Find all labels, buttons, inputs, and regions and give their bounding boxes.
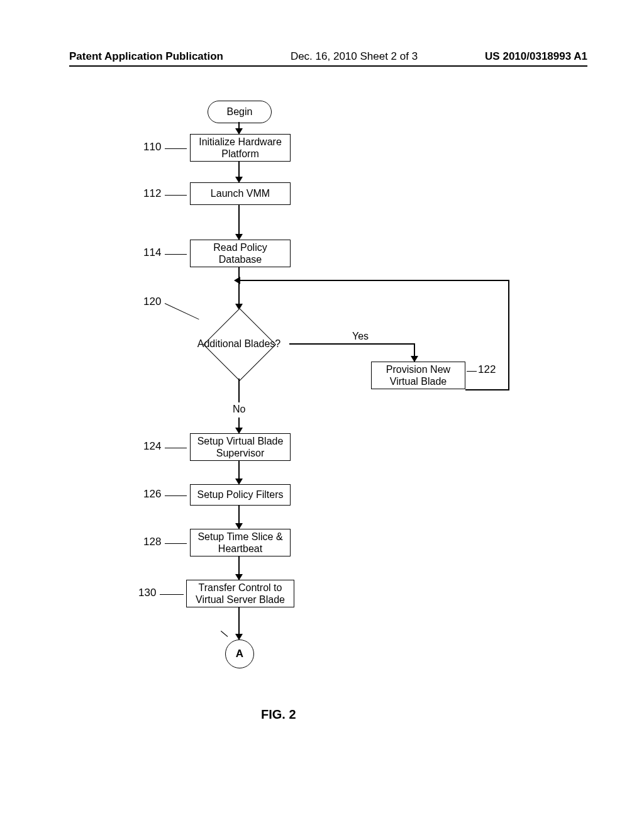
- ref-120: 120: [143, 296, 161, 308]
- ref-112: 112: [143, 187, 161, 200]
- arrow-line: [238, 280, 240, 305]
- arrow-line: [414, 343, 415, 357]
- step-setup-time-slice: Setup Time Slice & Heartbeat: [190, 529, 291, 556]
- terminator-begin: Begin: [208, 101, 272, 123]
- leader-line: [165, 448, 187, 448]
- step-setup-supervisor: Setup Virtual Blade Supervisor: [190, 433, 291, 461]
- edge-label-no: No: [233, 404, 245, 415]
- arrow-line: [238, 379, 240, 402]
- ref-126: 126: [143, 488, 161, 501]
- step-setup-policy-filters: Setup Policy Filters: [190, 484, 291, 506]
- step-provision-new-blade: Provision New Virtual Blade: [371, 362, 465, 389]
- arrow-line: [238, 162, 240, 178]
- decision-additional-blades: Additional Blades?: [189, 309, 289, 379]
- step-launch-vmm: Launch VMM: [190, 182, 291, 205]
- decision-label: Additional Blades?: [189, 309, 289, 379]
- leader-line: [165, 148, 187, 149]
- leader-line: [165, 543, 187, 544]
- leader-line: [165, 254, 187, 255]
- yes-branch-hline: [289, 343, 415, 345]
- edge-label-yes: Yes: [352, 331, 369, 342]
- leader-line: [165, 195, 187, 196]
- ref-114: 114: [143, 246, 161, 259]
- loop-vline: [508, 280, 509, 390]
- arrow-line: [238, 461, 240, 480]
- leader-line: [467, 371, 477, 372]
- step-read-policy-db: Read Policy Database: [190, 240, 291, 267]
- figure-caption: FIG. 2: [261, 707, 296, 722]
- ref-128: 128: [143, 536, 161, 548]
- leader-line: [165, 495, 187, 496]
- connector-a: A: [225, 639, 254, 668]
- arrow-line: [238, 556, 240, 575]
- ref-110: 110: [143, 141, 161, 153]
- ref-130: 130: [138, 587, 156, 599]
- ref-122: 122: [478, 363, 496, 376]
- arrow-line: [238, 506, 240, 524]
- page: Patent Application Publication Dec. 16, …: [0, 0, 644, 830]
- ref-124: 124: [143, 440, 161, 453]
- step-transfer-control: Transfer Control to Virtual Server Blade: [186, 580, 294, 607]
- leader-line: [221, 631, 228, 637]
- leader-line: [160, 594, 184, 595]
- step-initialize-hardware: Initialize Hardware Platform: [190, 134, 291, 162]
- loop-return-hline: [239, 280, 509, 281]
- arrow-line: [238, 205, 240, 235]
- flowchart-canvas: Begin Initialize Hardware Platform 110 L…: [0, 0, 644, 830]
- loop-hline: [465, 389, 509, 390]
- arrow-line: [238, 607, 240, 635]
